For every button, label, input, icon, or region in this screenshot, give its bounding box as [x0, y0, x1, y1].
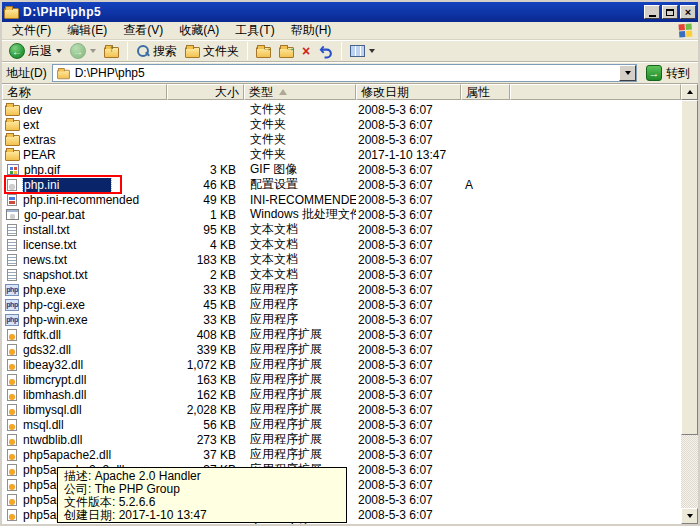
forward-button[interactable]: → — [67, 42, 99, 60]
toolbar-separator — [341, 42, 342, 60]
views-icon — [350, 45, 365, 57]
menu-file[interactable]: 文件(F) — [4, 21, 59, 40]
file-row[interactable]: extras文件夹2008-5-3 6:07 — [2, 132, 698, 147]
file-row[interactable]: ext文件夹2008-5-3 6:07 — [2, 117, 698, 132]
file-date: 2008-5-3 6:07 — [356, 523, 461, 525]
file-name: go-pear.bat — [24, 208, 85, 222]
file-row[interactable]: gds32.dll339 KB应用程序扩展2008-5-3 6:07 — [2, 342, 698, 357]
undo-button[interactable] — [315, 43, 336, 60]
dll-icon — [7, 419, 17, 431]
forward-icon: → — [70, 43, 86, 59]
file-date: 2008-5-3 6:07 — [356, 268, 461, 282]
file-row[interactable]: license.txt4 KB文本文档2008-5-3 6:07 — [2, 237, 698, 252]
menu-edit[interactable]: 编辑(E) — [59, 21, 115, 40]
file-date: 2008-5-3 6:07 — [356, 343, 461, 357]
file-size: 33 KB — [167, 283, 244, 297]
file-type: 配置设置 — [244, 176, 356, 193]
copy-to-icon — [279, 47, 294, 58]
file-row[interactable]: msql.dll56 KB应用程序扩展2008-5-3 6:07 — [2, 417, 698, 432]
up-button[interactable] — [101, 44, 122, 59]
menu-help[interactable]: 帮助(H) — [283, 21, 340, 40]
address-dropdown-button[interactable] — [619, 65, 636, 81]
column-header-attr[interactable]: 属性 — [461, 84, 510, 100]
file-date: 2008-5-3 6:07 — [356, 328, 461, 342]
file-name-cell: go-pear.bat — [2, 208, 167, 222]
file-pane: 名称 大小 类型 修改日期 属性 dev文件夹2008-5-3 6:07ext文… — [2, 84, 698, 524]
file-row[interactable]: libeay32.dll1,072 KB应用程序扩展2008-5-3 6:07 — [2, 357, 698, 372]
file-row[interactable]: news.txt183 KB文本文档2008-5-3 6:07 — [2, 252, 698, 267]
scrollbar-thumb[interactable] — [681, 100, 698, 435]
minimize-button[interactable] — [644, 5, 660, 19]
menu-favorites[interactable]: 收藏(A) — [171, 21, 227, 40]
back-label: 后退 — [28, 43, 52, 60]
file-date: 2008-5-3 6:07 — [356, 223, 461, 237]
move-to-icon — [256, 47, 271, 58]
file-name-cell: phpphp-win.exe — [2, 313, 167, 327]
exe-icon: php — [5, 284, 19, 296]
file-row[interactable]: libmhash.dll162 KB应用程序扩展2008-5-3 6:07 — [2, 387, 698, 402]
file-row[interactable]: phpphp-cgi.exe45 KB应用程序2008-5-3 6:07 — [2, 297, 698, 312]
file-row[interactable]: php.ini-recommended49 KBINI-RECOMMENDED.… — [2, 192, 698, 207]
txt-icon — [7, 224, 17, 236]
column-header-type[interactable]: 类型 — [244, 84, 356, 100]
file-name: php-cgi.exe — [23, 298, 85, 312]
address-bar: 地址(D) D:\PHP\php5 → 转到 — [2, 62, 698, 84]
go-button[interactable]: → 转到 — [642, 65, 694, 82]
menu-bar: 文件(F) 编辑(E) 查看(V) 收藏(A) 工具(T) 帮助(H) — [2, 22, 698, 40]
go-label: 转到 — [666, 65, 690, 82]
views-button[interactable] — [347, 44, 378, 58]
exe-icon: php — [5, 314, 19, 326]
file-name: php.ini-recommended — [23, 193, 139, 207]
maximize-button[interactable] — [662, 5, 678, 19]
file-date: 2008-5-3 6:07 — [356, 178, 461, 192]
dll-icon — [7, 464, 17, 476]
scroll-up-button[interactable] — [681, 84, 698, 100]
file-row[interactable]: dev文件夹2008-5-3 6:07 — [2, 102, 698, 117]
dll-icon — [7, 449, 17, 461]
column-header-name[interactable]: 名称 — [2, 84, 167, 100]
toolbar: ← 后退 → 搜索 文件夹 × — [2, 40, 698, 62]
file-row[interactable]: install.txt95 KB文本文档2008-5-3 6:07 — [2, 222, 698, 237]
maximize-icon — [666, 9, 674, 16]
vertical-scrollbar[interactable] — [681, 100, 698, 524]
file-row[interactable]: libmysql.dll2,028 KB应用程序扩展2008-5-3 6:07 — [2, 402, 698, 417]
file-row[interactable]: php5apache2.dll37 KB应用程序扩展2008-5-3 6:07 — [2, 447, 698, 462]
file-row[interactable]: ntwdblib.dll273 KB应用程序扩展2008-5-3 6:07 — [2, 432, 698, 447]
folders-button[interactable]: 文件夹 — [182, 42, 242, 61]
chevron-down-icon — [625, 71, 631, 75]
file-row[interactable]: snapshot.txt2 KB文本文档2008-5-3 6:07 — [2, 267, 698, 282]
file-size: 95 KB — [167, 223, 244, 237]
scroll-down-button[interactable] — [681, 508, 698, 524]
address-combo[interactable]: D:\PHP\php5 — [52, 64, 637, 82]
file-row[interactable]: fdftk.dll408 KB应用程序扩展2008-5-3 6:07 — [2, 327, 698, 342]
scroll-down-icon — [687, 514, 693, 518]
file-name-cell: ext — [2, 118, 167, 132]
file-date: 2008-5-3 6:07 — [356, 463, 461, 477]
file-attr: A — [461, 178, 510, 192]
file-row[interactable]: go-pear.bat1 KBWindows 批处理文件2008-5-3 6:0… — [2, 207, 698, 222]
delete-button[interactable]: × — [299, 43, 313, 59]
address-input[interactable]: D:\PHP\php5 — [75, 66, 615, 80]
copy-to-button[interactable] — [276, 44, 297, 59]
file-tooltip: 描述: Apache 2.0 Handler 公司: The PHP Group… — [57, 467, 347, 523]
file-row[interactable]: phpphp.exe33 KB应用程序2008-5-3 6:07 — [2, 282, 698, 297]
file-name-cell: libmcrypt.dll — [2, 373, 167, 387]
back-button[interactable]: ← 后退 — [6, 42, 65, 61]
search-button[interactable]: 搜索 — [133, 42, 180, 61]
menu-tools[interactable]: 工具(T) — [227, 21, 282, 40]
move-to-button[interactable] — [253, 44, 274, 59]
folders-icon — [185, 47, 200, 58]
close-button[interactable]: × — [680, 5, 696, 19]
scroll-up-icon — [687, 90, 693, 94]
file-row[interactable]: libmcrypt.dll163 KB应用程序扩展2008-5-3 6:07 — [2, 372, 698, 387]
menu-view[interactable]: 查看(V) — [115, 21, 171, 40]
file-date: 2008-5-3 6:07 — [356, 133, 461, 147]
file-date: 2008-5-3 6:07 — [356, 478, 461, 492]
file-date: 2008-5-3 6:07 — [356, 103, 461, 117]
file-name-cell: phpphp.exe — [2, 283, 167, 297]
file-row[interactable]: PEAR文件夹2017-1-10 13:47 — [2, 147, 698, 162]
column-header-date[interactable]: 修改日期 — [356, 84, 461, 100]
column-header-size[interactable]: 大小 — [167, 84, 244, 100]
folder-icon — [5, 135, 20, 146]
file-row[interactable]: phpphp-win.exe33 KB应用程序2008-5-3 6:07 — [2, 312, 698, 327]
